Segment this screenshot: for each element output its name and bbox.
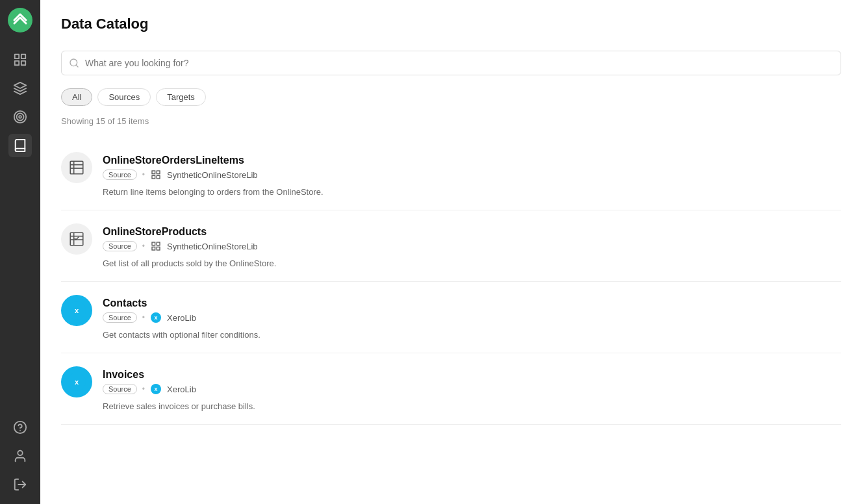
sidebar-item-layers[interactable] [8,77,32,100]
main-content: Data Catalog All Sources Targets Showing… [40,0,862,504]
sidebar-item-logout[interactable] [8,473,32,496]
svg-marker-5 [14,82,26,88]
dot-separator: • [142,313,145,322]
source-badge: Source [103,241,137,251]
search-container [61,51,841,75]
dot-separator: • [142,384,145,394]
item-info: Invoices Source • x XeroLib [103,369,196,395]
dot-separator: • [142,242,145,251]
svg-rect-30 [157,247,160,250]
lib-name: XeroLib [167,384,196,394]
svg-point-7 [17,114,24,121]
svg-rect-22 [157,175,160,179]
filter-row: All Sources Targets [61,88,841,106]
item-list: OnlineStoreOrdersLineItems Source • Synt… [61,139,841,425]
item-description: Get list of all products sold by the Onl… [103,258,841,268]
svg-rect-4 [21,61,25,65]
svg-rect-19 [152,171,155,174]
svg-rect-21 [152,175,155,179]
list-item: x Contacts Source • x Xer [61,282,841,353]
item-header: x Contacts Source • x Xer [61,295,841,326]
svg-text:x: x [75,307,79,314]
sidebar-item-dashboard[interactable] [8,48,32,71]
item-name: OnlineStoreProducts [103,226,258,238]
source-badge: Source [103,384,137,394]
showing-count: Showing 15 of 15 items [61,116,841,126]
page-title: Data Catalog [61,16,841,32]
svg-line-14 [76,65,78,67]
lib-icon-xero: x [150,312,162,323]
item-icon-online-store-orders [61,152,92,183]
lib-icon-xero2: x [150,383,162,395]
item-description: Get contacts with optional filter condit… [103,330,841,340]
item-icon-invoices: x [61,366,92,397]
search-icon [69,58,79,68]
item-header: x Invoices Source • x Xer [61,366,841,397]
svg-text:x: x [75,378,79,386]
item-header: OnlineStoreProducts Source • SyntheticOn… [61,223,841,255]
svg-rect-27 [152,242,155,246]
svg-point-0 [8,8,32,32]
item-description: Return line items belonging to orders fr… [103,187,841,197]
item-name: OnlineStoreOrdersLineItems [103,155,258,166]
item-meta: Source • SyntheticOnlineStoreLib [103,169,258,181]
svg-point-11 [18,451,22,455]
item-header: OnlineStoreOrdersLineItems Source • Synt… [61,152,841,183]
sidebar-item-catalog[interactable] [8,134,32,157]
svg-rect-15 [70,161,83,174]
lib-name: SyntheticOnlineStoreLib [167,170,257,180]
item-meta: Source • SyntheticOnlineStoreLib [103,240,258,252]
item-info: Contacts Source • x XeroLib [103,297,196,323]
svg-rect-29 [152,247,155,250]
sidebar-item-target[interactable] [8,105,32,129]
filter-sources[interactable]: Sources [97,88,151,106]
sidebar-item-help[interactable] [8,416,32,439]
sidebar [0,0,40,504]
item-info: OnlineStoreProducts Source • SyntheticOn… [103,226,258,252]
lib-name: SyntheticOnlineStoreLib [167,242,257,251]
item-info: OnlineStoreOrdersLineItems Source • Synt… [103,155,258,181]
item-meta: Source • x XeroLib [103,383,196,395]
list-item: x Invoices Source • x Xer [61,353,841,425]
filter-targets[interactable]: Targets [156,88,206,106]
source-badge: Source [103,312,137,323]
svg-rect-3 [15,61,19,65]
search-input[interactable] [61,51,841,75]
sidebar-item-user[interactable] [8,444,32,468]
svg-rect-2 [21,55,25,58]
lib-icon-synthetic [150,169,162,181]
logo-icon[interactable] [8,8,32,32]
lib-name: XeroLib [167,313,196,323]
sidebar-bottom [8,416,32,496]
source-badge: Source [103,170,137,180]
svg-rect-28 [157,242,160,246]
item-name: Contacts [103,297,196,309]
item-description: Retrieve sales invoices or purchase bill… [103,401,841,411]
filter-all[interactable]: All [61,88,92,106]
svg-text:x: x [155,314,158,321]
svg-point-8 [19,116,21,118]
list-item: OnlineStoreProducts Source • SyntheticOn… [61,210,841,282]
svg-rect-20 [157,171,160,174]
svg-text:x: x [155,386,158,392]
lib-icon-synthetic2 [150,240,162,252]
dot-separator: • [142,170,145,179]
list-item: OnlineStoreOrdersLineItems Source • Synt… [61,139,841,210]
item-name: Invoices [103,369,196,381]
item-icon-contacts: x [61,295,92,326]
item-meta: Source • x XeroLib [103,312,196,323]
svg-rect-1 [15,55,19,58]
item-icon-online-store-products [61,223,92,255]
